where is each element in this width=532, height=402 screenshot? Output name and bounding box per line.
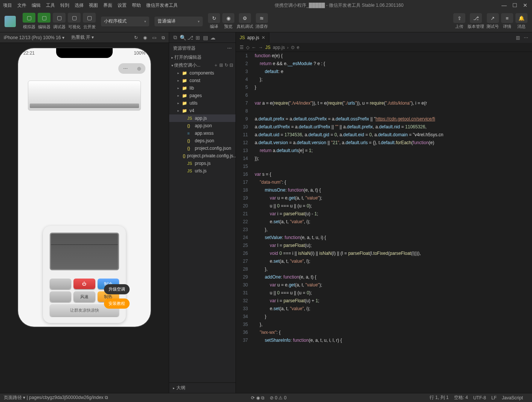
action-清缓存[interactable]: ≋清缓存 [255, 13, 268, 29]
tree-item[interactable]: ≡app.wxss [169, 129, 235, 137]
tree-item[interactable]: {}project.private.config.js... [169, 152, 235, 160]
explorer-panel: ⧉ 🔍 ⎇ ⊞ ▤ ☁ 资源管理器⋯ ▸ 打开的编辑器 ▾ 便携空调小...＋ … [169, 32, 236, 393]
language[interactable]: JavaScript [502, 395, 523, 400]
tree-item[interactable]: ▸📁components [169, 69, 235, 77]
file-tab[interactable]: JS app.js ✕ [236, 32, 269, 43]
tree-item[interactable]: JSapp.js [169, 114, 235, 122]
editor-panel: JS app.js ✕ ▥ ⋯ ☰ ◇ ← → JS app.js › ⊙ e … [236, 32, 532, 393]
tree-item[interactable]: {}project.config.json [169, 145, 235, 152]
dock-icon[interactable]: ⧉ [162, 35, 165, 40]
page-path[interactable]: 页面路径 ▾ | pages/cbygz9da3j50000dw26g/inde… [4, 394, 108, 401]
breadcrumb[interactable]: ☰ ◇ ← → JS app.js › ⊙ e [236, 43, 532, 52]
tree-item[interactable]: ▸📁pages [169, 92, 235, 99]
cursor-pos[interactable]: 行 1, 列 1 [430, 394, 449, 401]
right-测试号[interactable]: ↗测试号 [486, 13, 499, 29]
tree-item[interactable]: {}deps.json [169, 137, 235, 145]
action-预览[interactable]: ◉预览 [222, 13, 234, 29]
menu-item[interactable]: 视图 [89, 2, 98, 9]
tree-item[interactable]: ▸📁v4 [169, 107, 235, 114]
tree-item[interactable]: JSprops.js [169, 160, 235, 167]
close-button[interactable]: ✕ [521, 2, 529, 8]
split-icon[interactable]: ▥ [516, 35, 520, 40]
tutorial-button[interactable]: 安装教程 [104, 298, 130, 309]
indent[interactable]: 空格: 4 [454, 394, 468, 401]
grid-icon[interactable]: ⊞ [194, 35, 202, 41]
remote-btn[interactable] [50, 291, 71, 302]
outline-section[interactable]: 大纲 [176, 385, 185, 391]
js-icon: JS [240, 35, 245, 40]
more-icon[interactable]: ⋯ [524, 35, 528, 40]
js-icon: JS [265, 45, 271, 50]
code-editor[interactable]: 1234567891011121314151617181920212223242… [236, 52, 532, 393]
hot-reload-toggle[interactable]: 热重载 开 ▾ [71, 34, 94, 41]
search-icon[interactable]: 🔍 [179, 35, 187, 41]
eol[interactable]: LF [491, 395, 497, 400]
more-icon[interactable]: ⋯ [227, 46, 232, 51]
menu-item[interactable]: 转到 [60, 2, 69, 9]
menu-item[interactable]: 帮助 [132, 2, 141, 9]
run-icon[interactable]: ▤ [202, 35, 209, 41]
menu-item[interactable]: 微信开发者工具 [146, 2, 178, 9]
simulator-panel: iPhone 12/13 (Pro) 100% 16 ▾ 热重载 开 ▾ ↻ ◉… [0, 32, 169, 393]
status-time: 22:21 [23, 50, 35, 56]
project-name[interactable]: 便携空调小... [174, 62, 214, 69]
compile-dropdown[interactable]: 普通编译▾ [154, 17, 203, 26]
tree-item[interactable]: ▸📁const [169, 77, 235, 84]
tab-label: app.js [247, 35, 259, 40]
right-消息[interactable]: 🔔消息 [515, 13, 527, 29]
wind-button[interactable]: 风速 [73, 291, 95, 302]
avatar[interactable] [5, 16, 16, 27]
capsule[interactable]: ⋯◎ [118, 63, 145, 74]
menu-item[interactable]: 设置 [118, 2, 127, 9]
open-editors[interactable]: 打开的编辑器 [174, 55, 202, 60]
mode-模拟器[interactable]: ▢模拟器 [23, 13, 35, 30]
menu-item[interactable]: 项目 [3, 2, 12, 9]
action-真机调试[interactable]: ⚙真机调试 [237, 13, 253, 29]
record-icon[interactable]: ◉ [143, 35, 147, 40]
device-select[interactable]: iPhone 12/13 (Pro) 100% 16 ▾ [4, 35, 64, 40]
tree-item[interactable]: JSurls.js [169, 167, 235, 175]
right-版本管理[interactable]: ⎇版本管理 [468, 13, 484, 29]
encoding[interactable]: UTF-8 [473, 395, 486, 400]
scm-icon[interactable]: ⎇ [187, 35, 194, 41]
remote-control: ⏻ 制冷 风速 制热 让群友凉快凉快 升级空调 安装教程 [43, 226, 126, 323]
title-bar: 项目文件编辑工具转到选择视图界面设置帮助微信开发者工具 便携空调小程序_████… [0, 0, 532, 11]
tree-item[interactable]: {}app.json [169, 122, 235, 129]
menu-bar: 项目文件编辑工具转到选择视图界面设置帮助微信开发者工具 [3, 2, 178, 9]
remote-screen [50, 233, 119, 270]
problems[interactable]: ⊘ 0 ⚠ 0 [270, 395, 286, 400]
status-bar: 页面路径 ▾ | pages/cbygz9da3j50000dw26g/inde… [0, 393, 532, 402]
status-battery: 100% [134, 50, 145, 56]
mode-调试器[interactable]: ▢调试器 [53, 13, 66, 30]
mode-可视化[interactable]: ▢可视化 [68, 13, 81, 30]
close-tab-icon[interactable]: ✕ [261, 35, 265, 40]
cloud-icon[interactable]: ☁ [209, 35, 217, 41]
ac-image [28, 81, 141, 111]
right-详情[interactable]: ≡详情 [501, 13, 513, 29]
action-编译[interactable]: ↻编译 [208, 13, 220, 29]
menu-item[interactable]: 文件 [17, 2, 26, 9]
tree-item[interactable]: ▸📁lib [169, 84, 235, 92]
forward-icon[interactable]: → [258, 45, 263, 50]
list-icon[interactable]: ☰ [240, 45, 244, 50]
minimize-button[interactable]: — [500, 2, 508, 8]
remote-btn[interactable] [50, 279, 71, 289]
mode-云开发[interactable]: ▢云开发 [83, 13, 96, 30]
menu-item[interactable]: 工具 [46, 2, 55, 9]
power-button[interactable]: ⏻ [73, 279, 95, 289]
right-上传[interactable]: ⇧上传 [453, 13, 465, 29]
mode-编辑器[interactable]: ▢编辑器 [38, 13, 50, 30]
device-icon[interactable]: ▭ [152, 35, 156, 40]
upgrade-button[interactable]: 升级空调 [104, 284, 130, 294]
menu-item[interactable]: 编辑 [32, 2, 41, 9]
menu-item[interactable]: 界面 [103, 2, 112, 9]
refresh-icon[interactable]: ↻ [134, 35, 138, 40]
mode-dropdown[interactable]: 小程序模式▾ [101, 17, 149, 26]
tree-item[interactable]: ▸📁utils [169, 99, 235, 107]
back-icon[interactable]: ← [252, 45, 256, 50]
files-icon[interactable]: ⧉ [171, 34, 179, 41]
maximize-button[interactable]: ☐ [511, 2, 518, 8]
menu-item[interactable]: 选择 [75, 2, 84, 9]
bookmark-icon[interactable]: ◇ [246, 45, 249, 50]
sim-icons[interactable]: ⟳ ◉ ⧉ [251, 395, 264, 400]
